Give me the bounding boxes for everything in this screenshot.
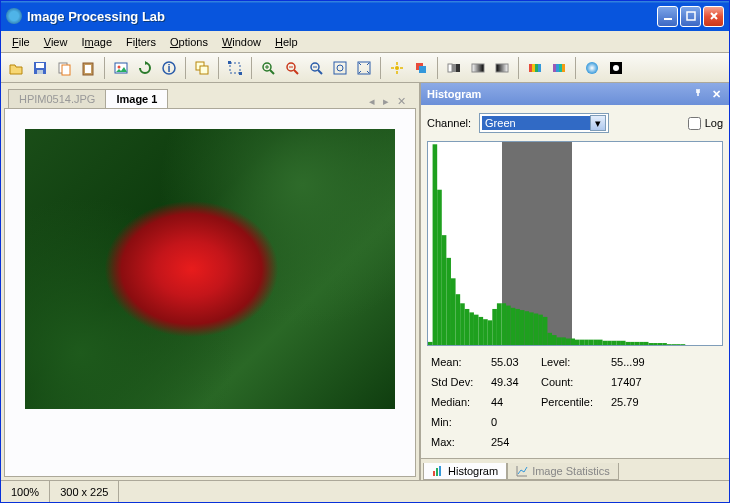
image-viewport[interactable]: [25, 129, 395, 409]
tab-image-statistics[interactable]: Image Statistics: [507, 463, 619, 480]
document-pane: HPIM0514.JPG Image 1 ◂ ▸ ✕: [1, 83, 419, 480]
svg-rect-98: [681, 344, 686, 346]
crop-icon[interactable]: [224, 57, 246, 79]
save-icon[interactable]: [29, 57, 51, 79]
svg-rect-26: [419, 66, 426, 73]
bars-icon: [432, 465, 444, 477]
hue-icon[interactable]: [581, 57, 603, 79]
layers-icon[interactable]: [410, 57, 432, 79]
center-icon[interactable]: [386, 57, 408, 79]
menu-options[interactable]: Options: [163, 34, 215, 50]
svg-point-10: [118, 65, 121, 68]
svg-rect-88: [635, 342, 640, 346]
menu-window[interactable]: Window: [215, 34, 268, 50]
svg-rect-54: [479, 317, 484, 346]
zoom-fit-icon[interactable]: [305, 57, 327, 79]
zoom-in-icon[interactable]: [257, 57, 279, 79]
svg-rect-8: [85, 65, 91, 73]
svg-rect-36: [553, 64, 556, 72]
mean-value: 55.03: [491, 356, 541, 368]
minimize-button[interactable]: [657, 6, 678, 27]
paste-icon[interactable]: [77, 57, 99, 79]
svg-rect-14: [200, 66, 208, 74]
menu-filters[interactable]: Filters: [119, 34, 163, 50]
zoom-out-icon[interactable]: [281, 57, 303, 79]
gradient2-icon[interactable]: [491, 57, 513, 79]
svg-rect-69: [547, 333, 552, 346]
clone-icon[interactable]: [191, 57, 213, 79]
svg-rect-31: [496, 64, 508, 72]
tab-histogram[interactable]: Histogram: [423, 463, 507, 480]
svg-rect-55: [483, 319, 488, 346]
document-body[interactable]: [4, 108, 416, 477]
svg-rect-0: [664, 18, 672, 20]
panel-titlebar[interactable]: Histogram ✕: [421, 83, 729, 105]
tab-inactive[interactable]: HPIM0514.JPG: [8, 89, 106, 108]
titlebar[interactable]: Image Processing Lab: [1, 1, 729, 31]
svg-rect-32: [529, 64, 532, 72]
histogram-bars: [428, 142, 722, 346]
svg-rect-91: [649, 343, 654, 346]
menu-view[interactable]: View: [37, 34, 75, 50]
svg-rect-97: [676, 344, 681, 346]
reload-icon[interactable]: [134, 57, 156, 79]
maximize-button[interactable]: [680, 6, 701, 27]
copy-icon[interactable]: [53, 57, 75, 79]
svg-rect-59: [502, 303, 507, 346]
svg-rect-84: [616, 341, 621, 346]
menu-file[interactable]: File: [5, 34, 37, 50]
panel-bottom-tabs: Histogram Image Statistics: [421, 458, 729, 480]
histogram-chart[interactable]: [427, 141, 723, 346]
invert-icon[interactable]: [605, 57, 627, 79]
tab-close-icon[interactable]: ✕: [395, 95, 408, 108]
menu-image[interactable]: Image: [74, 34, 119, 50]
open-icon[interactable]: [5, 57, 27, 79]
image-icon[interactable]: [110, 57, 132, 79]
svg-rect-3: [36, 63, 44, 68]
svg-rect-95: [667, 344, 672, 346]
svg-rect-99: [685, 345, 690, 346]
svg-rect-78: [589, 340, 594, 346]
svg-rect-60: [506, 306, 511, 346]
grayscale-icon[interactable]: [443, 57, 465, 79]
svg-rect-47: [446, 258, 451, 346]
svg-rect-67: [538, 315, 543, 346]
svg-rect-109: [439, 466, 441, 476]
svg-rect-50: [460, 303, 465, 346]
svg-point-42: [613, 65, 619, 71]
palette2-icon[interactable]: [548, 57, 570, 79]
max-value: 254: [491, 436, 541, 448]
svg-rect-28: [452, 64, 456, 72]
svg-rect-6: [62, 65, 70, 75]
svg-rect-87: [630, 342, 635, 346]
svg-rect-45: [437, 190, 442, 346]
tab-next-icon[interactable]: ▸: [381, 95, 391, 108]
svg-rect-85: [621, 341, 626, 346]
fit-window-icon[interactable]: [353, 57, 375, 79]
menu-help[interactable]: Help: [268, 34, 305, 50]
svg-point-40: [586, 62, 598, 74]
gradient1-icon[interactable]: [467, 57, 489, 79]
svg-rect-68: [543, 317, 548, 346]
tab-prev-icon[interactable]: ◂: [367, 95, 377, 108]
pin-icon[interactable]: [691, 87, 705, 101]
info-icon[interactable]: i: [158, 57, 180, 79]
channel-value: Green: [482, 116, 590, 130]
channel-select[interactable]: Green ▾: [479, 113, 609, 133]
tab-active[interactable]: Image 1: [105, 89, 168, 108]
svg-rect-108: [436, 468, 438, 476]
palette1-icon[interactable]: [524, 57, 546, 79]
count-label: Count:: [541, 376, 611, 388]
chevron-down-icon[interactable]: ▾: [590, 115, 606, 131]
median-label: Median:: [431, 396, 491, 408]
svg-rect-30: [472, 64, 484, 72]
zoom-actual-icon[interactable]: [329, 57, 351, 79]
svg-rect-81: [603, 341, 608, 346]
max-label: Max:: [431, 436, 491, 448]
svg-rect-49: [456, 294, 461, 346]
log-checkbox[interactable]: [688, 117, 701, 130]
close-button[interactable]: [703, 6, 724, 27]
stats-grid: Mean: 55.03 Level: 55...99 Std Dev: 49.3…: [427, 346, 723, 452]
panel-close-icon[interactable]: ✕: [709, 87, 723, 101]
min-label: Min:: [431, 416, 491, 428]
